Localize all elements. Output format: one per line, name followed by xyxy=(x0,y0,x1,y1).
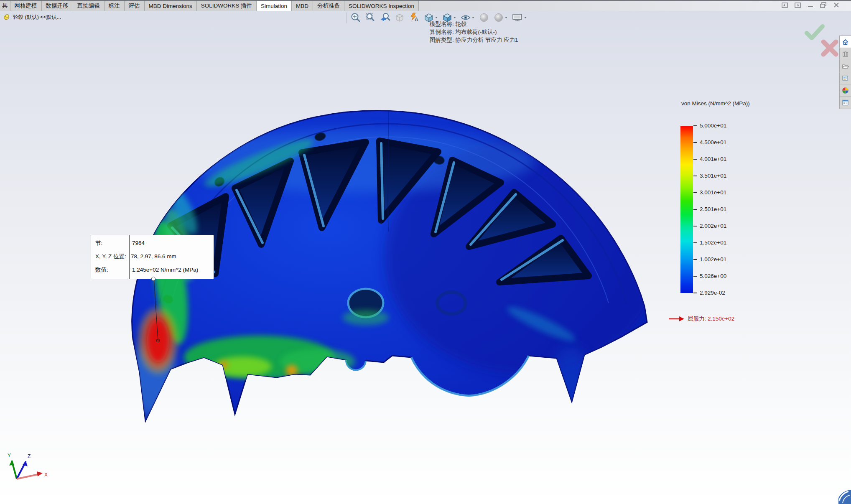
yield-arrow-icon xyxy=(669,316,685,322)
tab-analysis-preparation[interactable]: 分析准备 xyxy=(313,1,344,11)
probe-row-value: 数值: 1.245e+02 N/mm^2 (MPa) xyxy=(91,265,214,275)
part-icon xyxy=(3,13,10,21)
tab-mbd[interactable]: MBD xyxy=(292,1,313,11)
legend-value: 3.501e+01 xyxy=(700,173,726,179)
appearances-tab[interactable] xyxy=(840,84,851,97)
legend-value: 4.500e+01 xyxy=(700,139,726,146)
section-view-icon xyxy=(394,12,405,23)
yield-strength-label: 屈服力: 2.150e+02 xyxy=(688,315,734,323)
view-palette-icon xyxy=(842,75,849,82)
legend-value: 2.929e-02 xyxy=(700,290,725,296)
result-legend: von Mises (N/mm^2 (MPa)) 5.000e+01 4.500… xyxy=(680,100,772,334)
design-library-tab[interactable] xyxy=(840,48,851,60)
tab-annotation[interactable]: 标注 xyxy=(104,1,125,11)
probe-position-label: X, Y, Z 位置: xyxy=(91,251,129,262)
dropdown-caret xyxy=(524,16,527,19)
x-axis-label: X xyxy=(44,472,48,478)
minimize-button[interactable] xyxy=(808,3,813,8)
tab-mbd-dimensions[interactable]: MBD Dimensions xyxy=(145,1,197,11)
svg-text:A: A xyxy=(415,17,418,23)
previous-view-icon[interactable] xyxy=(380,12,390,23)
probe-position-value: 78, 2.97, 86.6 mm xyxy=(129,251,176,262)
appearances-ball-icon xyxy=(842,87,849,94)
task-pane-tabs xyxy=(839,36,851,109)
legend-tick xyxy=(693,242,697,243)
toolbar-separator xyxy=(346,13,347,23)
tab-solidworks-inspection[interactable]: SOLIDWORKS Inspection xyxy=(344,1,419,11)
home-tab[interactable] xyxy=(840,36,851,48)
tab-solidworks-addins[interactable]: SOLIDWORKS 插件 xyxy=(197,1,257,11)
legend-value: 1.002e+01 xyxy=(700,256,726,263)
x-axis-arrow xyxy=(37,471,43,476)
legend-title: von Mises (N/mm^2 (MPa)) xyxy=(681,100,750,107)
feature-tree-root[interactable]: 轮毂 (默认) <<默认... xyxy=(3,13,61,21)
home-icon xyxy=(842,38,849,46)
probe-node-value: 7964 xyxy=(129,238,145,249)
probe-row-position: X, Y, Z 位置: 78, 2.97, 86.6 mm xyxy=(91,251,214,262)
zoom-to-fit-icon[interactable] xyxy=(350,12,361,23)
probe-row-node: 节: 7964 xyxy=(91,238,214,249)
probe-value-label: 数值: xyxy=(91,265,129,275)
y-axis-arrow xyxy=(9,461,14,466)
legend-color-bar[interactable] xyxy=(680,126,693,293)
model-name-line: 模型名称: 轮毂 xyxy=(430,20,518,28)
legend-tick xyxy=(693,176,697,176)
dock-pane-right-button[interactable] xyxy=(795,3,801,8)
command-tabs: 具 网格建模 数据迁移 直接编辑 标注 评估 MBD Dimensions SO… xyxy=(0,1,419,11)
plot-header: 模型名称: 轮毂 算例名称: 均布载荷(-默认-) 图解类型: 静应力分析 节应… xyxy=(430,20,518,44)
legend-tick xyxy=(693,142,697,143)
command-tab-bar: 具 网格建模 数据迁移 直接编辑 标注 评估 MBD Dimensions SO… xyxy=(0,0,851,11)
zoom-to-area-icon[interactable] xyxy=(365,12,376,23)
custom-properties-tab[interactable] xyxy=(840,97,851,109)
probe-value-value: 1.245e+02 N/mm^2 (MPa) xyxy=(129,265,198,275)
tab-tools-partial[interactable]: 具 xyxy=(0,1,10,11)
folder-icon xyxy=(842,63,849,70)
window-controls xyxy=(782,2,839,8)
plot-type-line: 图解类型: 静应力分析 节应力 应力1 xyxy=(430,36,518,44)
probe-callout[interactable]: 节: 7964 X, Y, Z 位置: 78, 2.97, 86.6 mm 数值… xyxy=(91,235,214,279)
legend-value: 5.000e+01 xyxy=(700,122,726,129)
y-axis-label: Y xyxy=(8,453,11,458)
probe-drag-handle[interactable] xyxy=(151,277,155,281)
dock-pane-left-button[interactable] xyxy=(782,3,788,8)
legend-value: 1.502e+01 xyxy=(700,239,726,246)
tab-mesh-modeling[interactable]: 网格建模 xyxy=(10,1,42,11)
tab-direct-editing[interactable]: 直接编辑 xyxy=(73,1,104,11)
legend-value: 5.026e+00 xyxy=(700,273,726,280)
dropdown-caret xyxy=(471,16,475,19)
legend-tick xyxy=(693,192,697,193)
legend-value: 4.001e+01 xyxy=(700,156,726,163)
dropdown-caret xyxy=(453,16,456,19)
legend-value: 2.002e+01 xyxy=(700,223,726,229)
legend-tick xyxy=(693,293,697,293)
dropdown-caret xyxy=(435,16,438,19)
close-button[interactable] xyxy=(833,2,839,8)
custom-properties-icon xyxy=(842,99,849,106)
view-palette-tab[interactable] xyxy=(840,72,851,84)
probe-node-label: 节: xyxy=(91,238,129,249)
corner-logo[interactable] xyxy=(838,483,851,504)
design-library-icon xyxy=(842,51,849,58)
legend-value: 3.001e+01 xyxy=(700,189,726,196)
legend-value: 2.501e+01 xyxy=(700,206,726,213)
resources-sphere-icon xyxy=(838,483,851,504)
part-label: 轮毂 (默认) <<默认... xyxy=(13,14,61,21)
tab-data-migration[interactable]: 数据迁移 xyxy=(42,1,73,11)
dynamic-annotation-views-icon[interactable]: A xyxy=(409,12,420,23)
restore-button[interactable] xyxy=(820,2,827,8)
legend-tick xyxy=(693,125,697,126)
tab-simulation[interactable]: Simulation xyxy=(257,1,292,11)
legend-tick xyxy=(693,276,697,277)
file-explorer-tab[interactable] xyxy=(840,60,851,72)
probe-leader xyxy=(138,274,180,349)
legend-tick xyxy=(693,209,697,210)
legend-tick xyxy=(693,226,697,227)
cancel-x-icon[interactable] xyxy=(819,38,840,59)
yield-strength-row: 屈服力: 2.150e+02 xyxy=(669,315,734,323)
dropdown-caret xyxy=(504,16,508,19)
orientation-triad: Y Z X xyxy=(4,451,50,487)
legend-tick xyxy=(693,259,697,260)
tab-evaluate[interactable]: 评估 xyxy=(125,1,145,11)
legend-tick xyxy=(693,159,697,160)
solidworks-window: 具 网格建模 数据迁移 直接编辑 标注 评估 MBD Dimensions SO… xyxy=(0,0,851,504)
